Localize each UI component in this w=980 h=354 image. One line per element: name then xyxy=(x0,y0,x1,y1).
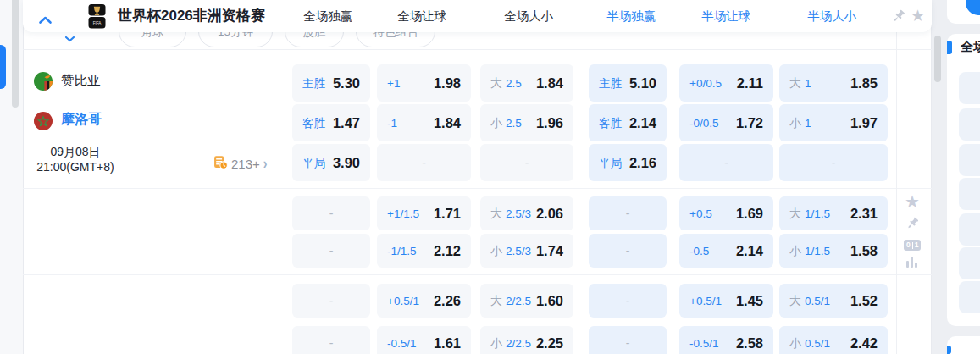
odds-cell[interactable]: 大0.5/11.52 xyxy=(779,284,888,318)
odds-label: 主胜 xyxy=(599,77,622,90)
odds-value: 1.72 xyxy=(736,115,763,131)
column-header-ft-1x2[interactable]: 全场独赢 xyxy=(277,0,379,32)
favorite-star-icon[interactable]: ★ xyxy=(911,4,925,28)
row-favorite-star-icon[interactable]: ★ xyxy=(905,193,920,210)
overunder-prefix: 小 xyxy=(490,244,502,257)
odds-cell[interactable]: +0/0.52.11 xyxy=(679,64,773,102)
corner-score-icon[interactable]: 01 xyxy=(904,240,921,251)
odds-label: -0/0.5 xyxy=(689,117,719,130)
odds-label: 平局 xyxy=(599,157,622,169)
odds-cell-empty: - xyxy=(589,196,667,230)
more-markets-link[interactable]: 213+ › xyxy=(213,154,267,173)
side-panel-row xyxy=(959,247,980,279)
odds-cell[interactable]: 大11.85 xyxy=(779,64,888,102)
odds-label: 1 xyxy=(805,77,811,90)
odds-label: 1/1.5 xyxy=(805,245,830,257)
odds-cell-empty: - xyxy=(679,144,773,181)
doc-clock-icon xyxy=(213,155,228,173)
zambia-flag-icon xyxy=(34,72,53,91)
odds-cell[interactable]: 大2.5/32.06 xyxy=(480,196,573,230)
odds-cell[interactable]: 小2.5/31.74 xyxy=(480,234,573,268)
odds-cell[interactable]: +11.98 xyxy=(377,64,471,102)
odds-cell[interactable]: 小2.51.96 xyxy=(480,104,573,141)
odds-cell[interactable]: 小11.97 xyxy=(779,104,888,141)
odds-cell[interactable]: 平局2.16 xyxy=(589,144,667,181)
odds-value: 1.58 xyxy=(850,243,878,259)
column-header-ht-handicap[interactable]: 半场让球 xyxy=(675,0,777,32)
odds-cell[interactable]: 主胜5.10 xyxy=(589,64,667,102)
odds-cell[interactable]: +0.51.69 xyxy=(679,196,773,230)
odds-label: -0.5 xyxy=(689,245,709,257)
odds-label: 2.5/3 xyxy=(506,245,531,257)
row-pin-icon[interactable] xyxy=(906,217,920,234)
overunder-prefix: 大 xyxy=(789,76,801,90)
column-header-ht-overunder[interactable]: 半场大小 xyxy=(781,0,883,32)
odds-label: 2/2.5 xyxy=(506,337,531,350)
odds-label: 客胜 xyxy=(599,117,622,130)
odds-value: 2.58 xyxy=(736,335,763,351)
odds-cell[interactable]: +0.5/11.45 xyxy=(679,284,773,318)
world-cup-trophy-icon: FIFA xyxy=(88,4,106,29)
odds-cell[interactable]: 大2/2.51.60 xyxy=(480,284,573,318)
left-scrollbar-thumb[interactable] xyxy=(12,0,19,108)
overunder-prefix: 小 xyxy=(490,116,502,130)
odds-cell[interactable]: 客胜2.14 xyxy=(589,104,667,141)
odds-cell[interactable]: +1/1.51.71 xyxy=(377,196,471,230)
odds-label: +0/0.5 xyxy=(689,77,722,90)
chevron-down-icon[interactable] xyxy=(64,30,75,46)
group-separator xyxy=(23,274,932,275)
odds-cell[interactable]: -11.84 xyxy=(377,104,471,141)
odds-value: 1.71 xyxy=(434,206,461,222)
odds-cell[interactable]: 主胜5.30 xyxy=(292,64,370,102)
odds-label: 2/2.5 xyxy=(506,295,531,307)
side-panel-bottom-card xyxy=(947,336,980,354)
overunder-prefix: 小 xyxy=(789,116,801,130)
odds-cell[interactable]: -1/1.52.12 xyxy=(377,234,471,268)
match-time: 21:00(GMT+8) xyxy=(24,160,127,174)
side-panel-row xyxy=(959,213,980,246)
column-header-ft-overunder[interactable]: 全场大小 xyxy=(478,0,579,32)
side-panel-row xyxy=(959,178,980,210)
content-scrollbar-thumb[interactable] xyxy=(934,36,941,82)
odds-value: 2.14 xyxy=(629,115,656,131)
odds-label: +1/1.5 xyxy=(387,207,419,220)
odds-value: 1.61 xyxy=(434,335,461,351)
odds-cell[interactable]: 大2.51.84 xyxy=(480,64,573,102)
odds-cell-empty: - xyxy=(292,196,370,230)
odds-label: 平局 xyxy=(302,157,325,169)
odds-label: 0.5/1 xyxy=(805,295,830,307)
odds-value: 2.12 xyxy=(434,243,461,259)
odds-value: 2.26 xyxy=(434,293,461,309)
odds-label: -1 xyxy=(387,117,397,130)
odds-cell-empty: - xyxy=(589,326,667,354)
column-header-ft-handicap[interactable]: 全场让球 xyxy=(371,0,473,32)
odds-cell[interactable]: +0.5/12.26 xyxy=(377,284,471,318)
odds-cell[interactable]: 大1/1.52.31 xyxy=(779,196,888,230)
odds-value: 1.52 xyxy=(850,293,878,309)
odds-label: 0.5/1 xyxy=(805,337,830,350)
odds-cell-empty: - xyxy=(779,144,888,181)
odds-label: -0.5/1 xyxy=(387,337,417,350)
overunder-prefix: 小 xyxy=(490,336,502,350)
side-panel-row xyxy=(959,281,980,313)
odds-cell[interactable]: -0.5/11.61 xyxy=(377,326,471,354)
odds-label: -1/1.5 xyxy=(387,245,417,257)
odds-cell[interactable]: -0/0.51.72 xyxy=(679,104,773,141)
stats-bar-chart-icon[interactable] xyxy=(906,257,917,268)
more-markets-count: 213+ xyxy=(231,157,260,171)
odds-cell[interactable]: -0.5/12.58 xyxy=(679,326,773,354)
odds-label: -0.5/1 xyxy=(689,337,719,350)
odds-cell[interactable]: 客胜1.47 xyxy=(292,104,370,141)
collapse-chevron-up-icon[interactable] xyxy=(38,13,53,28)
odds-cell-empty: - xyxy=(292,234,370,268)
odds-cell[interactable]: 平局3.90 xyxy=(292,144,370,181)
odds-cell[interactable]: 小1/1.51.58 xyxy=(779,234,888,268)
odds-page: 角球 15分钟 波胆 特色组合 FIFA 世界杯2026非洲资格赛 全场独赢 全… xyxy=(0,0,980,354)
odds-cell[interactable]: -0.52.14 xyxy=(679,234,773,268)
odds-cell[interactable]: 小2/2.52.25 xyxy=(480,326,573,354)
odds-cell[interactable]: 小0.5/12.42 xyxy=(779,326,888,354)
odds-label: +0.5 xyxy=(689,207,712,220)
column-header-ht-1x2[interactable]: 半场独赢 xyxy=(580,0,682,32)
odds-value: 1.69 xyxy=(736,206,763,222)
pin-icon[interactable] xyxy=(892,9,906,27)
